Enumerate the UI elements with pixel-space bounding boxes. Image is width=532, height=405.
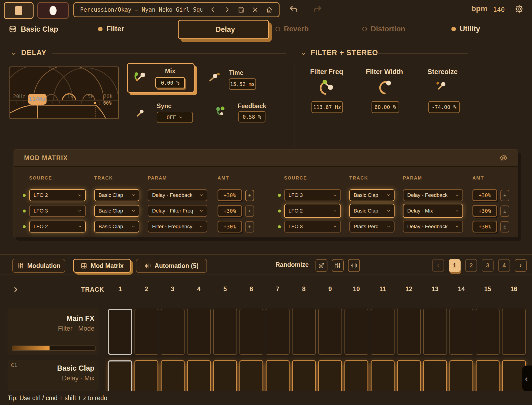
mod-param-select[interactable]: Delay - Feedback: [148, 189, 207, 201]
time-value[interactable]: 15.52 ms: [229, 78, 256, 90]
mod-source-select[interactable]: LFO 2: [29, 189, 86, 201]
mod-param-select[interactable]: Delay - Mix: [403, 204, 463, 218]
mod-track-select[interactable]: Basic Clap: [94, 221, 139, 233]
nav-forward-icon[interactable]: [224, 6, 231, 13]
mod-polarity-button[interactable]: +: [245, 205, 254, 217]
mod-polarity-button[interactable]: +: [245, 221, 254, 233]
mix-control[interactable]: Mix 0.00 %: [127, 63, 195, 93]
step-cell[interactable]: [423, 309, 447, 355]
stereoize-value[interactable]: -74.00 %: [428, 101, 460, 113]
page-button-2[interactable]: 2: [465, 259, 477, 272]
mod-param-select[interactable]: Delay - Feedback: [403, 221, 463, 233]
home-icon[interactable]: [266, 6, 273, 13]
tab-basic-clap[interactable]: Basic Clap: [8, 25, 58, 34]
feedback-knob-icon[interactable]: [214, 105, 228, 119]
stereoize-knob[interactable]: [435, 80, 449, 94]
randomize-dice-button[interactable]: [316, 259, 327, 272]
bpm-value[interactable]: 140: [493, 6, 505, 14]
track-label-main-fx[interactable]: Main FX Filter - Mode: [8, 308, 99, 355]
collapse-chevron-icon[interactable]: [11, 51, 17, 57]
automation-progress[interactable]: [12, 346, 96, 351]
mod-amount-field[interactable]: +30%: [218, 189, 242, 201]
freq-marker-badge[interactable]: 114Hz: [28, 94, 47, 105]
mod-amount-field[interactable]: +30%: [218, 221, 242, 233]
side-drawer-handle[interactable]: ‹: [522, 366, 532, 391]
mod-track-select[interactable]: Plaits Perc: [349, 221, 395, 233]
mod-polarity-button[interactable]: ±: [500, 221, 509, 233]
step-cell[interactable]: [213, 309, 237, 355]
mod-source-select[interactable]: LFO 2: [284, 204, 341, 218]
collapse-chevron-icon[interactable]: [300, 51, 306, 57]
eye-off-icon[interactable]: [500, 154, 508, 162]
filter-freq-knob[interactable]: [317, 79, 334, 96]
mod-source-select[interactable]: LFO 3: [29, 205, 86, 217]
page-prev-button[interactable]: ‹: [432, 259, 444, 272]
filter-freq-value[interactable]: 113.67 Hz: [311, 101, 343, 113]
mod-amount-field[interactable]: +30%: [472, 205, 497, 217]
mix-value[interactable]: 0.00 %: [155, 77, 185, 88]
step-cell[interactable]: [344, 309, 368, 355]
step-cell[interactable]: [502, 309, 526, 355]
step-cell[interactable]: [449, 309, 473, 355]
mod-amount-field[interactable]: +30%: [472, 221, 497, 233]
step-cell[interactable]: [134, 309, 158, 355]
step-cell[interactable]: [161, 309, 185, 355]
step-cell[interactable]: [187, 309, 211, 355]
time-knob-icon[interactable]: [207, 72, 220, 85]
automation-button[interactable]: Automation (5): [136, 259, 207, 273]
step-cell[interactable]: [292, 309, 316, 355]
tab-distortion[interactable]: Distortion: [362, 25, 405, 33]
record-button[interactable]: [37, 2, 69, 19]
step-cell[interactable]: [239, 309, 263, 355]
save-icon[interactable]: [238, 6, 245, 13]
mod-track-select[interactable]: Basic Clap: [94, 189, 139, 201]
filter-width-value[interactable]: 60.00 %: [372, 101, 399, 113]
tab-utility[interactable]: Utility: [451, 25, 480, 33]
delay-visualizer[interactable]: 20Hz 1k 5k 20k 114Hz 114Hz : 60%: [9, 67, 119, 119]
sync-select[interactable]: OFF: [157, 112, 193, 123]
step-cell[interactable]: [318, 309, 342, 355]
mod-matrix-button[interactable]: Mod Matrix: [73, 259, 131, 273]
undo-icon[interactable]: [289, 4, 298, 14]
filter-width-knob[interactable]: [377, 79, 393, 96]
nav-back-icon[interactable]: [209, 6, 216, 13]
mod-polarity-button[interactable]: ±: [500, 205, 509, 217]
mod-track-select[interactable]: Basic Clap: [349, 204, 395, 218]
mod-amount-field[interactable]: +30%: [218, 205, 242, 217]
redo-icon[interactable]: [313, 4, 322, 14]
tab-reverb[interactable]: Reverb: [275, 25, 309, 33]
page-button-3[interactable]: 3: [482, 259, 494, 272]
mod-track-select[interactable]: Basic Clap: [94, 205, 139, 217]
page-button-1[interactable]: 1: [449, 259, 461, 272]
feedback-value[interactable]: 0.58 %: [238, 111, 265, 122]
mod-param-select[interactable]: Filter - Frequency: [148, 221, 207, 233]
mod-polarity-button[interactable]: ±: [500, 190, 509, 201]
mod-param-select[interactable]: Delay - Filter Freq: [148, 205, 207, 217]
step-cell[interactable]: [108, 309, 132, 355]
step-cell[interactable]: [397, 309, 421, 355]
randomize-params-button[interactable]: [332, 259, 344, 272]
mod-source-select[interactable]: LFO 3: [284, 189, 341, 201]
tab-filter[interactable]: Filter: [98, 25, 124, 33]
mod-polarity-button[interactable]: ±: [245, 190, 254, 201]
tab-delay-selected[interactable]: Delay: [178, 20, 269, 39]
step-cell[interactable]: [371, 309, 395, 355]
page-next-button[interactable]: ›: [515, 259, 527, 272]
step-cell[interactable]: [266, 309, 290, 355]
stop-button[interactable]: [4, 2, 34, 19]
track-label-basic-clap[interactable]: C1 Basic Clap Delay - Mix: [8, 360, 99, 391]
close-icon[interactable]: [252, 6, 259, 13]
settings-gear-icon[interactable]: [515, 4, 524, 14]
step-cell[interactable]: [476, 309, 500, 355]
mod-source-select[interactable]: LFO 3: [284, 221, 341, 233]
mod-track-select[interactable]: Basic Clap: [349, 189, 395, 201]
mod-param-select[interactable]: Delay - Feedback: [403, 189, 463, 201]
mix-knob-icon[interactable]: [133, 71, 147, 85]
sync-knob-icon[interactable]: [135, 108, 147, 119]
randomize-sequence-button[interactable]: [348, 259, 360, 272]
mod-amount-field[interactable]: +30%: [472, 189, 497, 201]
expand-chevron-icon[interactable]: [12, 286, 19, 293]
modulation-button[interactable]: Modulation: [12, 259, 65, 273]
mod-source-select[interactable]: LFO 2: [29, 221, 86, 233]
page-button-4[interactable]: 4: [498, 259, 510, 272]
